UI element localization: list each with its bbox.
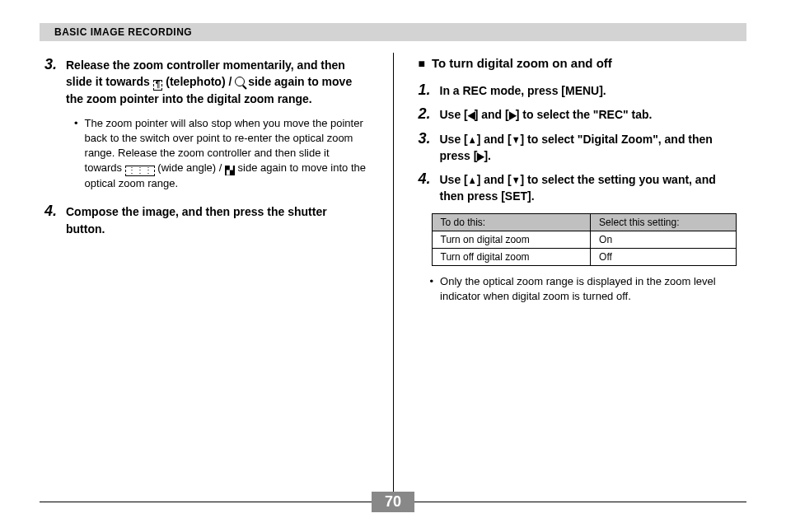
table-cell: Off (591, 248, 736, 265)
step-2: 2. Use [◀] and [▶] to select the "REC" t… (419, 105, 742, 123)
text: ]. (484, 149, 491, 162)
step-text: Use [▲] and [▼] to select the setting yo… (440, 171, 742, 205)
step-number: 1. (419, 82, 440, 99)
down-arrow-icon: ▼ (512, 133, 521, 147)
table-cell: Turn on digital zoom (432, 231, 591, 248)
step-4: 4. Compose the image, and then press the… (44, 203, 368, 237)
heading-text: To turn digital zoom on and off (432, 56, 612, 70)
step-text: Release the zoom controller momentarily,… (66, 57, 368, 108)
step-number: 4. (419, 170, 440, 188)
content-columns: 3. Release the zoom controller momentari… (40, 56, 746, 502)
note-text: Only the optical zoom range is displayed… (440, 274, 742, 304)
step-number: 2. (419, 105, 440, 123)
table-row: Turn off digital zoom Off (432, 248, 736, 265)
page-number: 70 (372, 492, 414, 512)
text: Use [ (440, 173, 468, 186)
square-bullet-icon: ■ (419, 57, 425, 70)
table-row: Turn on digital zoom On (432, 231, 736, 248)
text: Use [ (440, 133, 468, 146)
manual-page: BASIC IMAGE RECORDING 3. Release the zoo… (0, 0, 786, 502)
step-4b: 4. Use [▲] and [▼] to select the setting… (419, 170, 742, 205)
step-3b: 3. Use [▲] and [▼] to select "Digital Zo… (419, 130, 742, 165)
footer-rule (40, 502, 372, 502)
table-header: To do this: (432, 213, 591, 231)
down-arrow-icon: ▼ (512, 174, 521, 189)
text: (wide angle) / (157, 161, 225, 174)
step-text: Use [◀] and [▶] to select the "REC" tab. (440, 106, 742, 123)
text: ] and [ (477, 173, 512, 186)
left-arrow-icon: ◀ (468, 109, 475, 124)
settings-table: To do this: Select this setting: Turn on… (432, 213, 737, 266)
text: ] and [ (475, 108, 509, 121)
note-text: The zoom pointer will also stop when you… (85, 116, 368, 192)
footer-rule (414, 502, 746, 502)
note-bullet: Only the optical zoom range is displayed… (430, 274, 742, 304)
section-header: BASIC IMAGE RECORDING (40, 23, 746, 41)
table-header-row: To do this: Select this setting: (432, 213, 736, 231)
text: ] to select the "REC" tab. (516, 108, 653, 121)
step-number: 3. (419, 130, 440, 147)
text: ] and [ (477, 133, 512, 146)
step-number: 4. (44, 203, 66, 220)
right-arrow-icon: ▶ (509, 109, 516, 124)
step-text: In a REC mode, press [MENU]. (440, 82, 742, 99)
up-arrow-icon: ▲ (468, 133, 477, 147)
step-1: 1. In a REC mode, press [MENU]. (419, 82, 742, 99)
scene-icon: ▞ (225, 166, 235, 175)
magnifier-icon (235, 77, 245, 86)
page-footer: 70 (40, 492, 746, 512)
text: Use [ (440, 108, 468, 121)
left-column: 3. Release the zoom controller momentari… (40, 56, 368, 502)
subsection-heading: ■ To turn digital zoom on and off (419, 56, 742, 70)
note-bullet: The zoom pointer will also stop when you… (74, 116, 368, 192)
telephoto-icon: ¶ (153, 80, 163, 91)
up-arrow-icon: ▲ (468, 174, 477, 189)
right-arrow-icon: ▶ (477, 150, 484, 165)
wideangle-icon: ⋮⋮⋮ (125, 166, 155, 176)
step-text: Use [▲] and [▼] to select "Digital Zoom"… (440, 131, 742, 165)
step-text: Compose the image, and then press the sh… (66, 203, 368, 237)
table-header: Select this setting: (591, 213, 736, 231)
table-cell: Turn off digital zoom (432, 248, 591, 265)
step-number: 3. (44, 56, 66, 73)
right-column: ■ To turn digital zoom on and off 1. In … (419, 56, 747, 502)
column-divider (393, 53, 394, 502)
step-3: 3. Release the zoom controller momentari… (44, 56, 368, 108)
text: (telephoto) / (166, 75, 235, 88)
table-cell: On (591, 231, 736, 248)
